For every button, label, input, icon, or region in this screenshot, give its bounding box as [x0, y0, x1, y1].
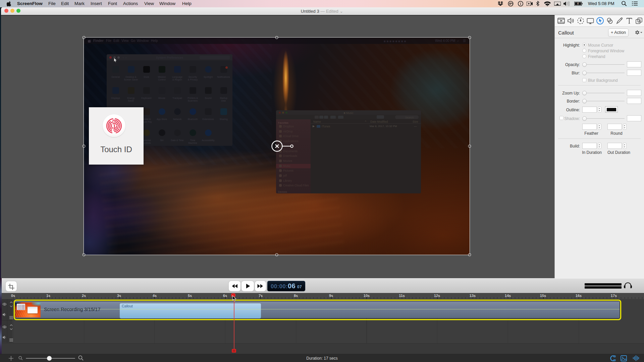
svg-text:i: i [520, 2, 521, 6]
